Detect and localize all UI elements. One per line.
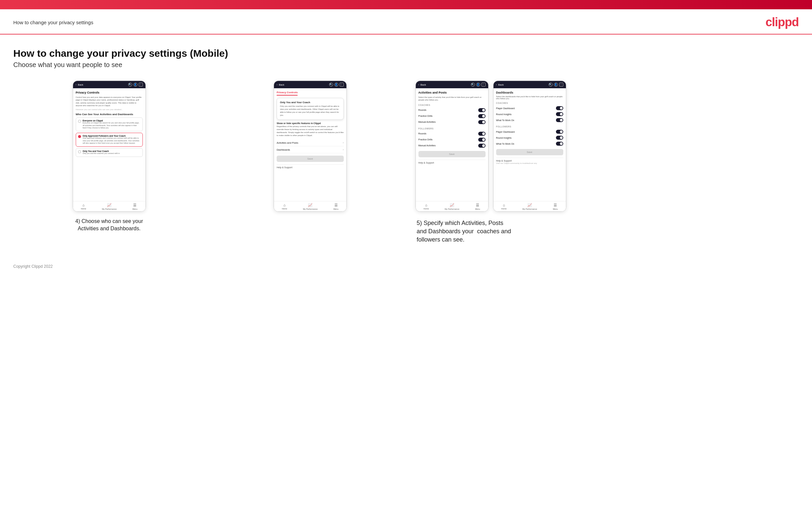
back-chevron-icon-2: ‹	[276, 83, 277, 86]
nav-home-label-3: Home	[423, 208, 429, 210]
performance-icon-3: 📈	[450, 203, 454, 207]
more-icon-2[interactable]: ⋮	[340, 82, 344, 87]
coaches-label-4: COACHES	[496, 102, 563, 104]
menu-icon: ☰	[133, 203, 137, 207]
radio-everyone[interactable]: Everyone on Clippd Everyone on Clippd ca…	[76, 117, 143, 131]
radio-dot-everyone	[78, 120, 81, 123]
nav-menu-label: Menu	[133, 208, 138, 210]
user-icon-2[interactable]: 👤	[335, 82, 339, 87]
menu-icon-4: ☰	[554, 203, 557, 207]
phone-mockup-3: ‹ Back 🔍 👤 ⋮ Activities and Posts S	[415, 80, 489, 212]
menu-icon-2: ☰	[335, 203, 338, 207]
coaches-what-to-work-switch[interactable]	[556, 118, 563, 122]
toggle-followers-rounds-switch[interactable]	[478, 132, 486, 136]
save-button-4[interactable]: Save	[496, 149, 563, 155]
menu-dashboards[interactable]: Dashboards ›	[276, 146, 344, 153]
search-icon-4[interactable]: 🔍	[549, 82, 553, 87]
performance-icon-2: 📈	[308, 203, 312, 207]
nav-menu-3[interactable]: ☰ Menu	[475, 203, 480, 210]
nav-menu-2[interactable]: ☰ Menu	[334, 203, 339, 210]
toggle-coaches-rounds-switch[interactable]	[478, 108, 486, 112]
coaches-player-dash-label: Player Dashboard	[496, 107, 515, 110]
toggle-followers-manual-switch[interactable]	[478, 144, 486, 148]
more-icon-4[interactable]: ⋮	[559, 82, 563, 87]
nav-performance-label-2: My Performance	[303, 208, 317, 210]
save-button-2[interactable]: Save	[276, 156, 344, 162]
back-button-4[interactable]: ‹ Back	[496, 83, 504, 86]
nav-home-2[interactable]: ⌂ Home	[282, 203, 287, 210]
home-icon-3: ⌂	[425, 203, 427, 207]
followers-round-insights-switch[interactable]	[556, 136, 563, 140]
nav-home-4[interactable]: ⌂ Home	[501, 203, 506, 210]
followers-what-to-work-switch[interactable]	[556, 142, 563, 146]
followers-player-dash-switch[interactable]	[556, 130, 563, 134]
nav-performance-2[interactable]: 📈 My Performance	[303, 203, 317, 210]
toggle-followers-practice-switch[interactable]	[478, 138, 486, 142]
phone-body-4: Dashboards Select the dashboards that yo…	[494, 88, 566, 201]
back-button-1[interactable]: ‹ Back	[76, 83, 83, 86]
page-title: How to change your privacy settings (Mob…	[13, 48, 799, 59]
coaches-what-to-work-label: What To Work On	[496, 119, 514, 121]
back-chevron-icon: ‹	[76, 83, 77, 86]
header: How to change your privacy settings clip…	[0, 9, 812, 35]
toggle-coaches-practice-switch[interactable]	[478, 114, 486, 118]
search-icon-2[interactable]: 🔍	[329, 82, 333, 87]
privacy-controls-tab[interactable]: Privacy Controls	[276, 91, 298, 96]
radio-only-you[interactable]: Only You and Your Coach Only you and the…	[76, 148, 143, 157]
phone-topbar-2: ‹ Back 🔍 👤 ⋮	[274, 81, 346, 88]
back-button-3[interactable]: ‹ Back	[418, 83, 426, 86]
phone-nav-1: ⌂ Home 📈 My Performance ☰ Menu	[73, 201, 146, 211]
toggle-followers-manual-label: Manual Activities	[418, 144, 436, 147]
toggle-coaches-manual: Manual Activities	[418, 119, 486, 125]
topbar-icons-3: 🔍 👤 ⋮	[471, 82, 486, 87]
followers-round-insights-label: Round Insights	[496, 137, 512, 139]
menu-activities[interactable]: Activities and Posts ›	[276, 139, 344, 146]
search-icon-3[interactable]: 🔍	[471, 82, 475, 87]
topbar-icons-1: 🔍 👤 ⋮	[128, 82, 143, 87]
help-support-desc-4: Visit our Clippd community to troublesho…	[496, 162, 563, 165]
screen3-title: Activities and Posts	[418, 91, 486, 94]
more-icon[interactable]: ⋮	[139, 82, 143, 87]
more-icon-3[interactable]: ⋮	[481, 82, 486, 87]
toggle-coaches-manual-switch[interactable]	[478, 120, 486, 124]
nav-performance-label-4: My Performance	[522, 208, 537, 210]
nav-performance-3[interactable]: 📈 My Performance	[445, 203, 459, 210]
phone-topbar-3: ‹ Back 🔍 👤 ⋮	[416, 81, 488, 88]
back-label-3: Back	[420, 83, 426, 86]
top-bar	[0, 0, 812, 9]
back-label-1: Back	[78, 83, 83, 86]
nav-performance-1[interactable]: 📈 My Performance	[102, 203, 116, 210]
popover-only-you: Only You and Your Coach Only you and the…	[276, 98, 344, 120]
nav-menu-4[interactable]: ☰ Menu	[553, 203, 558, 210]
user-icon-3[interactable]: 👤	[476, 82, 480, 87]
search-icon[interactable]: 🔍	[128, 82, 132, 87]
radio-everyone-desc: Everyone on Clippd can search for you an…	[83, 122, 141, 129]
radio-dot-approved	[78, 135, 81, 138]
save-button-3[interactable]: Save	[418, 151, 486, 157]
toggle-followers-player-dash: Player Dashboard	[496, 129, 563, 135]
coaches-label-3: COACHES	[418, 104, 486, 106]
toggle-followers-round-insights: Round Insights	[496, 135, 563, 141]
performance-icon-4: 📈	[527, 203, 532, 207]
coaches-player-dash-switch[interactable]	[556, 106, 563, 110]
radio-only-you-title: Only You and Your Coach	[83, 150, 120, 152]
radio-approved[interactable]: Only Approved Followers and Your Coach O…	[76, 133, 143, 147]
phone-topbar-1: ‹ Back 🔍 👤 ⋮	[73, 81, 146, 88]
back-button-2[interactable]: ‹ Back	[276, 83, 284, 86]
coaches-round-insights-switch[interactable]	[556, 112, 563, 116]
main-content: How to change your privacy settings (Mob…	[0, 35, 812, 258]
nav-performance-4[interactable]: 📈 My Performance	[522, 203, 537, 210]
toggle-coaches-practice-label: Practice Drills	[418, 115, 433, 117]
nav-home-label-4: Home	[501, 208, 506, 210]
toggle-coaches-manual-label: Manual Activities	[418, 121, 436, 123]
user-icon[interactable]: 👤	[134, 82, 138, 87]
nav-menu-1[interactable]: ☰ Menu	[133, 203, 138, 210]
help-support-3: Help & Support	[418, 160, 486, 164]
nav-home-1[interactable]: ⌂ Home	[81, 203, 86, 210]
page-subtitle: Choose what you want people to see	[13, 61, 799, 69]
radio-dot-only-you	[78, 150, 81, 153]
nav-home-3[interactable]: ⌂ Home	[423, 203, 429, 210]
user-icon-4[interactable]: 👤	[554, 82, 558, 87]
toggle-coaches-player-dash: Player Dashboard	[496, 105, 563, 111]
toggle-followers-practice: Practice Drills	[418, 137, 486, 143]
